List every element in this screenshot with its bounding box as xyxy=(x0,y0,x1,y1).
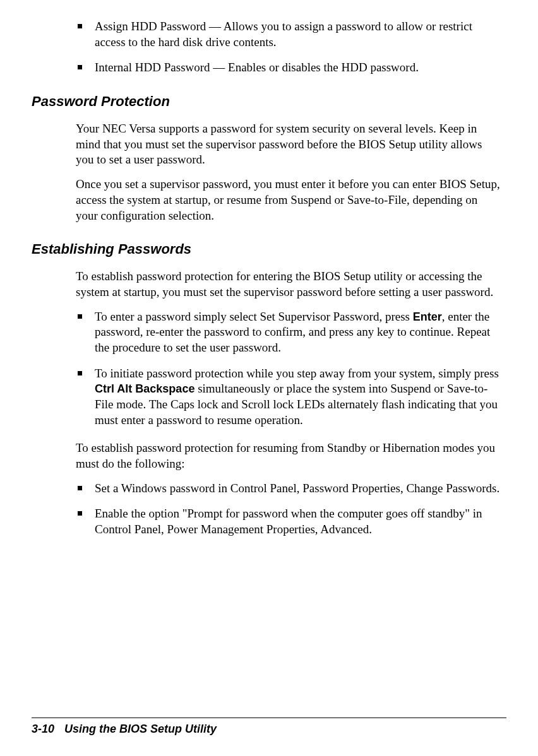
key-label: Enter xyxy=(413,310,442,323)
bullet-list: Set a Windows password in Control Panel,… xyxy=(76,481,500,538)
list-item: Assign HDD Password — Allows you to assi… xyxy=(95,19,500,50)
key-label: Ctrl Alt Backspace xyxy=(95,382,194,395)
list-item: Set a Windows password in Control Panel,… xyxy=(95,481,500,497)
footer-title: Using the BIOS Setup Utility xyxy=(64,723,217,735)
list-item-text: To initiate password protection while yo… xyxy=(95,367,499,380)
list-item: To enter a password simply select Set Su… xyxy=(95,309,500,356)
list-item: Internal HDD Password — Enables or disab… xyxy=(95,60,500,76)
page-footer: 3-10Using the BIOS Setup Utility xyxy=(32,718,506,736)
page-number: 3-10 xyxy=(32,723,54,735)
body-paragraph: Your NEC Versa supports a password for s… xyxy=(76,121,500,168)
page-content: Assign HDD Password — Allows you to assi… xyxy=(32,19,506,538)
heading-establishing-passwords: Establishing Passwords xyxy=(32,241,500,257)
heading-password-protection: Password Protection xyxy=(32,93,500,110)
list-item-text: To enter a password simply select Set Su… xyxy=(95,310,413,323)
top-bullet-list: Assign HDD Password — Allows you to assi… xyxy=(76,19,500,76)
list-item: Enable the option "Prompt for password w… xyxy=(95,506,500,537)
body-paragraph: To establish password protection for ent… xyxy=(76,269,500,300)
bullet-list: To enter a password simply select Set Su… xyxy=(76,309,500,428)
body-paragraph: To establish password protection for res… xyxy=(76,440,500,471)
body-paragraph: Once you set a supervisor password, you … xyxy=(76,177,500,223)
list-item: To initiate password protection while yo… xyxy=(95,366,500,428)
